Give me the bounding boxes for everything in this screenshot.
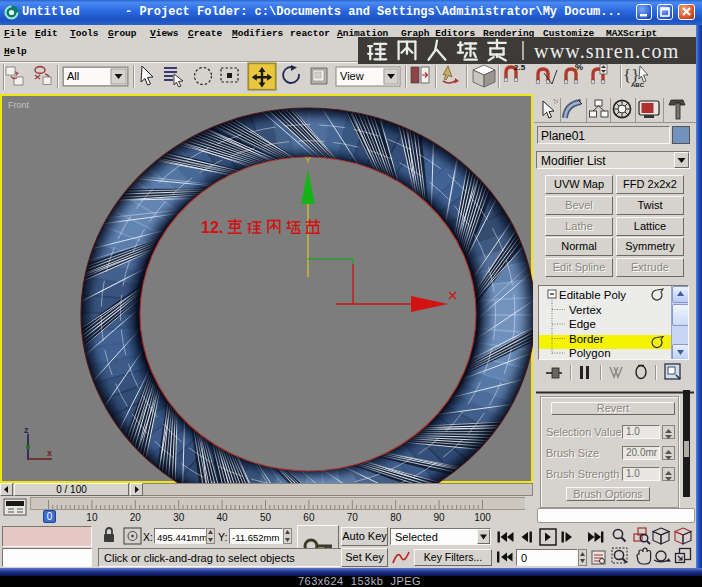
svg-text:50: 50: [260, 512, 272, 523]
svg-text:60: 60: [303, 512, 315, 523]
svg-text:30: 30: [173, 512, 185, 523]
svg-text:10: 10: [86, 512, 98, 523]
svg-text:80: 80: [390, 512, 402, 523]
svg-text:100: 100: [474, 512, 491, 523]
svg-text:20: 20: [130, 512, 142, 523]
svg-text:70: 70: [347, 512, 359, 523]
svg-text:40: 40: [217, 512, 229, 523]
svg-text:90: 90: [434, 512, 446, 523]
